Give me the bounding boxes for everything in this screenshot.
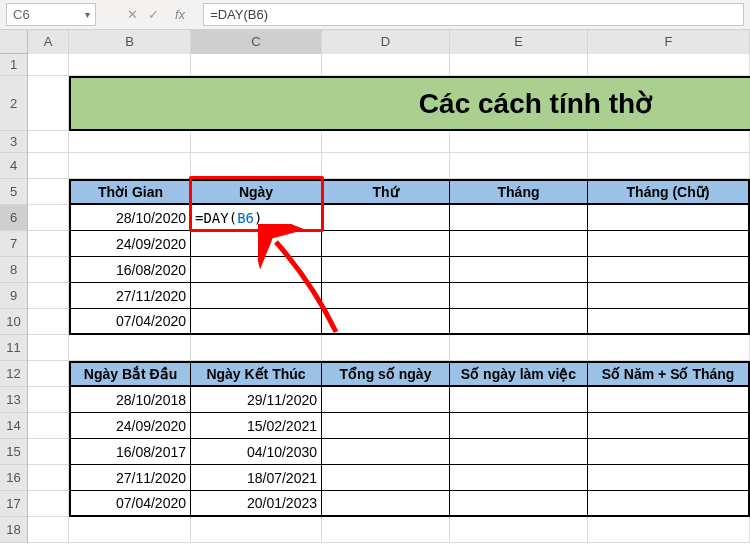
cell-C15[interactable]: 04/10/2030 (191, 439, 322, 465)
cell-B17[interactable]: 07/04/2020 (69, 491, 191, 517)
cell[interactable] (450, 153, 588, 179)
cell[interactable] (588, 439, 750, 465)
cell[interactable] (69, 131, 191, 153)
cell[interactable] (450, 283, 588, 309)
row-header-9[interactable]: 9 (0, 283, 27, 309)
title-banner[interactable]: Các cách tính thờ (69, 76, 750, 131)
table2-header-end[interactable]: Ngày Kết Thúc (191, 361, 322, 387)
cell-C14[interactable]: 15/02/2021 (191, 413, 322, 439)
cell[interactable] (322, 131, 450, 153)
cell[interactable] (69, 335, 191, 361)
row-header-7[interactable]: 7 (0, 231, 27, 257)
table1-header-date[interactable]: Thời Gian (69, 179, 191, 205)
cell[interactable] (322, 205, 450, 231)
cell[interactable] (588, 131, 750, 153)
row-header-5[interactable]: 5 (0, 179, 27, 205)
row-header-4[interactable]: 4 (0, 153, 27, 179)
row-header-11[interactable]: 11 (0, 335, 27, 361)
cell-B7[interactable]: 24/09/2020 (69, 231, 191, 257)
cell-B8[interactable]: 16/08/2020 (69, 257, 191, 283)
cell[interactable] (450, 54, 588, 76)
cell[interactable] (588, 517, 750, 543)
cell[interactable] (450, 413, 588, 439)
cell[interactable] (28, 439, 69, 465)
row-header-8[interactable]: 8 (0, 257, 27, 283)
cell[interactable] (28, 491, 69, 517)
cell-B10[interactable]: 07/04/2020 (69, 309, 191, 335)
table2-header-start[interactable]: Ngày Bắt Đầu (69, 361, 191, 387)
col-header-B[interactable]: B (69, 30, 191, 54)
row-header-10[interactable]: 10 (0, 309, 27, 335)
cell[interactable] (322, 517, 450, 543)
cell[interactable] (28, 335, 69, 361)
cell[interactable] (588, 413, 750, 439)
cell[interactable] (28, 179, 69, 205)
cell[interactable] (69, 54, 191, 76)
cell[interactable] (450, 387, 588, 413)
cell[interactable] (28, 205, 69, 231)
cell[interactable] (588, 465, 750, 491)
cell-C13[interactable]: 29/11/2020 (191, 387, 322, 413)
cell[interactable] (450, 439, 588, 465)
cell[interactable] (69, 153, 191, 179)
formula-input[interactable]: =DAY(B6) (203, 3, 744, 26)
cell[interactable] (191, 54, 322, 76)
row-header-2[interactable]: 2 (0, 76, 27, 131)
row-header-18[interactable]: 18 (0, 517, 27, 543)
cell[interactable] (191, 131, 322, 153)
table1-header-month[interactable]: Tháng (450, 179, 588, 205)
cell[interactable] (28, 387, 69, 413)
cell[interactable] (28, 257, 69, 283)
row-header-6[interactable]: 6 (0, 205, 27, 231)
cell-B9[interactable]: 27/11/2020 (69, 283, 191, 309)
cell[interactable] (322, 491, 450, 517)
cell[interactable] (28, 76, 69, 131)
cell[interactable] (450, 335, 588, 361)
row-header-1[interactable]: 1 (0, 54, 27, 76)
col-header-A[interactable]: A (28, 30, 69, 54)
cell[interactable] (191, 335, 322, 361)
cell[interactable] (28, 283, 69, 309)
row-header-15[interactable]: 15 (0, 439, 27, 465)
table2-header-workdays[interactable]: Số ngày làm việc (450, 361, 588, 387)
cell[interactable] (588, 54, 750, 76)
cell[interactable] (28, 361, 69, 387)
cell[interactable] (28, 517, 69, 543)
cell[interactable] (28, 465, 69, 491)
cell[interactable] (322, 153, 450, 179)
cell[interactable] (322, 257, 450, 283)
cell[interactable] (322, 439, 450, 465)
cell[interactable] (28, 413, 69, 439)
cell[interactable] (28, 54, 69, 76)
cell[interactable] (322, 413, 450, 439)
fx-icon[interactable]: fx (175, 7, 185, 22)
cell[interactable] (450, 465, 588, 491)
cell[interactable] (28, 309, 69, 335)
cell[interactable] (322, 54, 450, 76)
cell[interactable] (588, 387, 750, 413)
col-header-E[interactable]: E (450, 30, 588, 54)
cell[interactable] (28, 153, 69, 179)
cell[interactable] (588, 153, 750, 179)
col-header-C[interactable]: C (191, 30, 322, 54)
cell-B16[interactable]: 27/11/2020 (69, 465, 191, 491)
cell-B14[interactable]: 24/09/2020 (69, 413, 191, 439)
cell[interactable] (191, 283, 322, 309)
select-all-corner[interactable] (0, 30, 28, 54)
cell[interactable] (191, 231, 322, 257)
cell[interactable] (588, 283, 750, 309)
cell[interactable] (588, 205, 750, 231)
name-box-dropdown-icon[interactable]: ▾ (79, 9, 95, 20)
cell-C6-editing[interactable]: =DAY(B6) (191, 205, 322, 231)
cell[interactable] (450, 205, 588, 231)
table2-header-yearmonth[interactable]: Số Năm + Số Tháng (588, 361, 750, 387)
cell[interactable] (588, 309, 750, 335)
cell[interactable] (322, 231, 450, 257)
row-header-13[interactable]: 13 (0, 387, 27, 413)
cell[interactable] (191, 153, 322, 179)
enter-icon[interactable]: ✓ (148, 7, 159, 22)
cell[interactable] (588, 231, 750, 257)
table1-header-monthtext[interactable]: Tháng (Chữ) (588, 179, 750, 205)
table2-header-totaldays[interactable]: Tổng số ngày (322, 361, 450, 387)
row-header-12[interactable]: 12 (0, 361, 27, 387)
